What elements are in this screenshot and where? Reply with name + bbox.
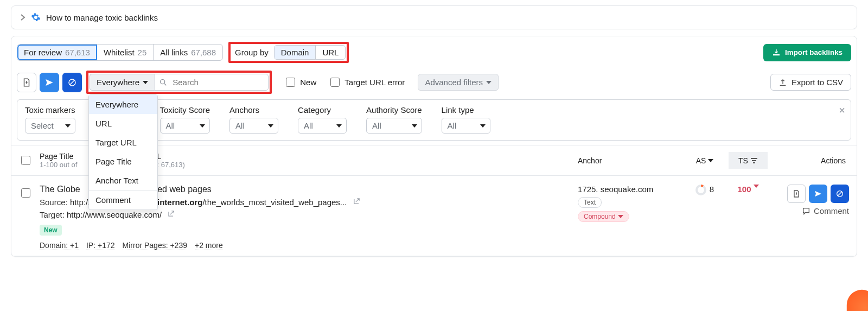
main-card: For review 67,613 Whitelist 25 All links… — [11, 36, 857, 257]
import-backlinks-button[interactable]: Import backlinks — [763, 44, 851, 61]
chevron-down-icon[interactable] — [754, 185, 759, 188]
comment-link[interactable]: Comment — [802, 206, 849, 215]
import-label: Import backlinks — [785, 48, 843, 56]
as-value: 8 — [710, 185, 714, 194]
tab-whitelist[interactable]: Whitelist 25 — [97, 45, 154, 60]
row-send-icon[interactable] — [809, 185, 827, 203]
checkbox-new-label: New — [300, 78, 316, 87]
chevron-down-icon — [486, 81, 492, 84]
anchor-compound-pill[interactable]: Compound — [578, 211, 629, 222]
ts-value: 100 — [737, 185, 751, 194]
chevron-down-icon — [618, 215, 623, 218]
filter-toxic-markers-select[interactable]: Select — [25, 118, 75, 134]
chevron-down-icon — [143, 81, 148, 84]
stat-domain[interactable]: Domain: +1 — [40, 241, 79, 250]
send-icon[interactable] — [40, 73, 59, 92]
filter-toxic-markers-label: Toxic markers — [25, 105, 75, 115]
tab-for-review[interactable]: For review 67,613 — [17, 45, 97, 60]
th-as[interactable]: AS — [681, 156, 729, 165]
checkbox-target-error[interactable]: Target URL error — [328, 76, 405, 88]
chevron-down-icon — [708, 159, 713, 162]
target-link[interactable]: http://www.seoquake.com/ — [67, 210, 162, 219]
group-by-label: Group by — [235, 48, 269, 57]
filter-category-select[interactable]: All — [298, 118, 347, 134]
scope-option-everywhere[interactable]: Everywhere — [89, 95, 157, 114]
stat-mirror[interactable]: Mirror Pages: +239 — [123, 241, 187, 250]
group-by-url[interactable]: URL — [316, 46, 345, 59]
scope-option-url[interactable]: URL — [89, 114, 157, 133]
stat-ip[interactable]: IP: +172 — [86, 241, 115, 250]
filter-authority-select[interactable]: All — [366, 118, 422, 134]
search-area: Everywhere Everywhere URL Target URL — [86, 71, 272, 94]
export-csv-button[interactable]: Export to CSV — [770, 74, 851, 91]
checkbox-new[interactable]: New — [284, 76, 316, 88]
th-actions: Actions — [768, 156, 849, 165]
scope-option-target-url[interactable]: Target URL — [89, 133, 157, 152]
filter-link-type-label: Link type — [442, 105, 490, 115]
highlight-group-by: Group by Domain URL — [228, 42, 349, 63]
th-ts[interactable]: TS — [729, 152, 768, 169]
tab-for-review-count: 67,613 — [65, 48, 90, 57]
scope-option-comment[interactable]: Comment — [89, 190, 157, 210]
block-icon[interactable] — [62, 73, 82, 92]
export-csv-label: Export to CSV — [792, 78, 843, 87]
group-by-segmented: Domain URL — [274, 45, 346, 60]
th-anchor: Anchor — [578, 156, 681, 165]
row-block-icon[interactable] — [831, 185, 849, 203]
th-page-title: Page Title — [40, 152, 73, 161]
filter-authority-label: Authority Score — [366, 105, 422, 115]
howto-card: How to manage toxic backlinks — [11, 5, 857, 29]
advanced-filters-label: Advanced filters — [425, 78, 483, 87]
tabs-row: For review 67,613 Whitelist 25 All links… — [11, 36, 857, 67]
toolbar-row: Everywhere Everywhere URL Target URL — [11, 67, 857, 99]
tab-all-links-count: 67,688 — [191, 48, 216, 57]
group-by-domain[interactable]: Domain — [275, 46, 316, 59]
search-icon — [159, 78, 168, 87]
highlight-search: Everywhere Everywhere URL Target URL — [86, 71, 272, 94]
view-tabs: For review 67,613 Whitelist 25 All links… — [17, 44, 223, 61]
tab-all-links[interactable]: All links 67,688 — [154, 45, 222, 60]
tab-for-review-label: For review — [24, 48, 62, 57]
scope-option-page-title[interactable]: Page Title — [89, 152, 157, 171]
tab-whitelist-count: 25 — [138, 48, 147, 57]
filter-toxicity-label: Toxicity Score — [160, 105, 210, 115]
search-scope-label: Everywhere — [97, 78, 139, 87]
filter-toxic-markers: Toxic markers Select — [25, 105, 75, 134]
th-sub-left: 1-100 out of — [40, 161, 77, 169]
advanced-filters-button[interactable]: Advanced filters — [418, 74, 499, 91]
filter-category: Category All — [298, 105, 347, 134]
select-all-checkbox[interactable] — [21, 156, 30, 165]
filter-link-type: Link type All — [442, 105, 490, 134]
filter-anchors-select[interactable]: All — [229, 118, 278, 134]
th-ts-label: TS — [738, 156, 748, 165]
gear-icon — [31, 12, 41, 22]
external-link-icon[interactable] — [353, 198, 360, 205]
external-link-icon[interactable] — [167, 210, 175, 218]
checkbox-target-error-input[interactable] — [330, 78, 340, 87]
donut-icon — [695, 185, 706, 195]
tab-whitelist-label: Whitelist — [104, 48, 135, 57]
stat-more[interactable]: +2 more — [195, 241, 223, 250]
row-title: The Globe — [40, 185, 80, 194]
row-export-icon[interactable] — [787, 185, 806, 203]
export-list-icon[interactable] — [17, 73, 36, 92]
search-scope-button[interactable]: Everywhere — [90, 74, 155, 91]
new-badge: New — [40, 225, 62, 236]
anchor-type-pill: Text — [578, 197, 602, 208]
close-icon[interactable]: × — [839, 104, 845, 117]
scope-option-anchor-text[interactable]: Anchor Text — [89, 171, 157, 190]
th-as-label: AS — [696, 156, 706, 165]
filter-link-type-select[interactable]: All — [442, 118, 490, 134]
anchor-text: 1725. seoquake.com — [578, 185, 681, 194]
source-label: Source: — [40, 198, 68, 207]
target-label: Target: — [40, 210, 65, 219]
search-scope-dropdown: Everywhere URL Target URL Page Title Anc… — [88, 94, 158, 210]
chevron-right-icon[interactable] — [20, 14, 25, 21]
filter-toxicity-select[interactable]: All — [160, 118, 210, 134]
row-checkbox[interactable] — [21, 188, 30, 198]
checkbox-new-input[interactable] — [286, 78, 295, 87]
search-input[interactable] — [155, 74, 269, 91]
tab-all-links-label: All links — [160, 48, 188, 57]
filter-toxicity-score: Toxicity Score All — [160, 105, 210, 134]
svg-point-1 — [161, 79, 165, 84]
